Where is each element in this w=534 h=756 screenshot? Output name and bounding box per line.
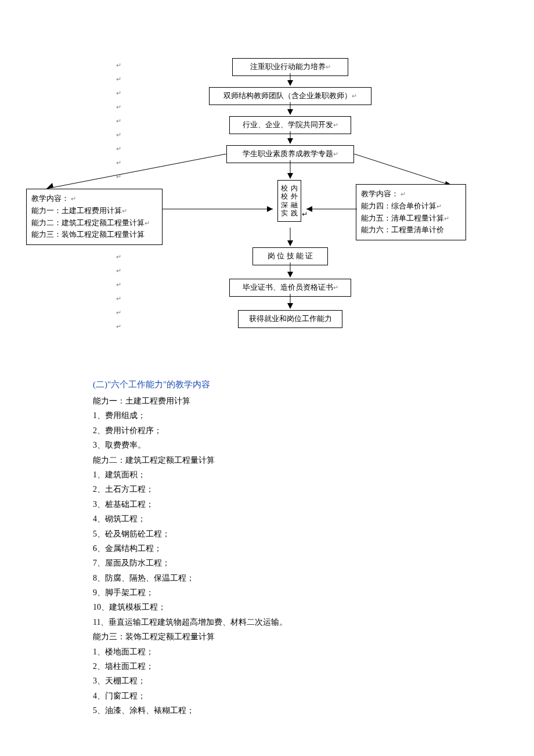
box-bottom-2-text: 毕业证书、造价员资格证书 [243, 283, 333, 291]
box-bottom-3: 获得就业和岗位工作能力 [238, 310, 342, 328]
connector-line [290, 160, 291, 173]
ability-title: 能力一：土建工程费用计算 [93, 395, 441, 408]
svg-marker-5 [267, 206, 273, 212]
left-box-title: 教学内容： ↵ [31, 193, 157, 205]
list-item: 2、墙柱面工程； [93, 660, 441, 673]
center-col-1: 校校深实 [280, 184, 288, 218]
center-vertical-box: 校校深实 内外融践 ↵ [277, 180, 301, 222]
ability-title: 能力三：装饰工程定额工程量计算 [93, 631, 441, 643]
box-top-3-text: 行业、企业、学院共同开发 [243, 120, 333, 129]
arrow-down-icon [287, 109, 293, 115]
list-item: 2、费用计价程序； [93, 424, 441, 437]
list-item: 5、砼及钢筋砼工程； [93, 528, 441, 541]
list-item: 2、土石方工程； [93, 483, 441, 496]
box-top-1-text: 注重职业行动能力培养 [250, 62, 326, 71]
arrow-down-icon [287, 173, 293, 179]
list-item: 1、费用组成； [93, 409, 441, 422]
list-item: 11、垂直运输工程建筑物超高增加费、材料二次运输。 [93, 616, 441, 629]
list-item: 7、屋面及防水工程； [93, 557, 441, 570]
list-item: 5、油漆、涂料、裱糊工程； [93, 704, 441, 717]
list-item: 3、取费费率。 [93, 439, 441, 452]
arrow-left-icon [302, 203, 357, 215]
connector-line [290, 102, 291, 109]
list-item: 4、砌筑工程； [93, 513, 441, 525]
right-content-box: 教学内容： ↵ 能力四：综合单价计算↵ 能力五：清单工程量计算↵ 能力六：工程量… [356, 184, 466, 240]
left-box-item: 能力一：土建工程费用计算↵ [31, 205, 157, 217]
right-box-item: 能力五：清单工程量计算↵ [361, 213, 461, 225]
list-item: 3、天棚工程； [93, 675, 441, 687]
section-heading: (二)"六个工作能力"的教学内容 [93, 377, 441, 391]
list-item: 8、防腐、隔热、保温工程； [93, 572, 441, 585]
center-col-2: 内外融践 [290, 184, 298, 218]
arrow-down-icon [287, 138, 293, 144]
arrow-down-icon [287, 272, 293, 278]
arrow-right-icon [163, 203, 279, 215]
list-item: 3、桩基础工程； [93, 498, 441, 511]
flowchart-diagram: ↵↵↵↵↵↵↵↵↵ ↵↵↵↵↵↵ 注重职业行动能力培养↵ 双师结构教师团队（含企… [116, 58, 464, 366]
connector-line [290, 73, 291, 80]
connector-line [290, 262, 291, 272]
arrow-down-icon [287, 240, 293, 246]
list-item: 6、金属结构工程； [93, 542, 441, 555]
right-box-item: 能力六：工程量清单计价 [361, 224, 461, 236]
ability-title: 能力二：建筑工程定额工程量计算 [93, 454, 441, 467]
list-item: 4、门窗工程； [93, 690, 441, 703]
left-box-item: 能力三：装饰工程定额工程量计算 [31, 229, 157, 241]
box-top-4-text: 学生职业素质养成教学专题 [243, 149, 333, 158]
groups-container: 能力一：土建工程费用计算1、费用组成；2、费用计价程序；3、取费费率。能力二：建… [93, 395, 441, 718]
svg-marker-7 [306, 206, 312, 212]
text-content: (二)"六个工作能力"的教学内容 能力一：土建工程费用计算1、费用组成；2、费用… [93, 377, 441, 718]
box-top-2-text: 双师结构教师团队（含企业兼职教师） [223, 91, 352, 100]
paragraph-marks-2: ↵↵↵↵↵↵ [116, 250, 121, 333]
svg-line-0 [46, 154, 226, 189]
list-item: 1、楼地面工程； [93, 646, 441, 658]
arrow-down-icon [287, 80, 293, 86]
right-box-title: 教学内容： ↵ [361, 188, 461, 200]
list-item: 10、建筑模板工程； [93, 601, 441, 614]
connector-line [290, 294, 291, 303]
arrow-down-icon [287, 303, 293, 309]
connector-line [290, 228, 291, 240]
list-item: 9、脚手架工程； [93, 586, 441, 599]
right-box-item: 能力四：综合单价计算↵ [361, 200, 461, 213]
list-item: 1、建筑面积； [93, 469, 441, 481]
svg-line-2 [354, 154, 453, 186]
left-box-item: 能力二：建筑工程定额工程量计算↵ [31, 217, 157, 229]
left-content-box: 教学内容： ↵ 能力一：土建工程费用计算↵ 能力二：建筑工程定额工程量计算↵ 能… [26, 189, 163, 245]
connector-line [290, 131, 291, 138]
